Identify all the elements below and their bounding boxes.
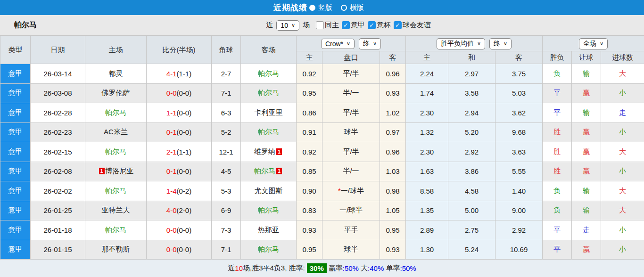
chevron-down-icon: ∨ <box>291 22 295 28</box>
handicap-cell: 球半 <box>322 122 380 142</box>
team-name: 帕尔马 <box>258 245 279 253</box>
date-cell: 26-01-15 <box>31 240 85 260</box>
fulltime-score: 4-1 <box>166 70 177 78</box>
avg-win-odds: 2.89 <box>406 220 448 240</box>
halftime-score: (1-1) <box>177 70 192 78</box>
vertical-layout-radio[interactable] <box>309 5 315 11</box>
avg-win-odds: 1.30 <box>406 240 448 260</box>
avg-lose-odds: 1.40 <box>495 181 543 201</box>
team-name: 帕尔马 <box>258 89 279 97</box>
dropdown-select-Crow*[interactable]: Crow*∨ <box>321 39 355 49</box>
crow-home-odds: 0.83 <box>297 201 322 220</box>
away-team-cell: 帕尔马1 <box>241 162 297 181</box>
subcol-crow-away: 客 <box>380 51 406 64</box>
checkbox-意甲[interactable]: ✓ <box>342 21 350 29</box>
avg-lose-odds: 5.03 <box>495 83 543 103</box>
result-wdl: 平 <box>543 103 572 123</box>
home-team-cell: 帕尔马 <box>85 103 147 123</box>
avg-lose-odds: 9.00 <box>495 201 543 220</box>
result-wdl: 平 <box>543 220 572 240</box>
date-cell: 26-03-08 <box>31 83 85 103</box>
fulltime-score: 0-1 <box>166 128 177 136</box>
table-row: 意甲26-02-28帕尔马1-1(0-0)6-3卡利亚里0.86平/半1.022… <box>0 103 644 123</box>
team-name: 帕尔马 <box>105 108 126 116</box>
corners-cell: 7-1 <box>212 83 241 103</box>
horizontal-layout-label[interactable]: 横版 <box>350 3 364 12</box>
avg-lose-odds: 5.55 <box>495 162 543 181</box>
avg-draw-odds: 2.97 <box>448 64 495 84</box>
league-cell: 意甲 <box>0 83 31 103</box>
table-row: 意甲26-03-14都灵4-1(1-1)2-7帕尔马0.92平/半0.962.2… <box>0 64 644 84</box>
avg-draw-odds: 2.94 <box>448 103 495 123</box>
crow-home-odds: 0.95 <box>297 83 322 103</box>
page-title: 近期战绩 <box>273 2 307 13</box>
dropdown-value: 胜平负均值 <box>441 40 474 48</box>
odds-group-1: 胜平负均值∨终∨ <box>406 36 543 51</box>
handicap-cell: 平/半 <box>322 64 380 84</box>
checkbox-label-同主[interactable]: 同主 <box>325 21 339 30</box>
avg-draw-odds: 5.00 <box>448 201 495 220</box>
checkbox-label-意杯[interactable]: 意杯 <box>377 21 391 30</box>
summary-text: 场,胜3平4负3, 胜率: <box>243 264 305 273</box>
handicap-cell: 球半 <box>322 240 380 260</box>
dropdown-select-胜平负均值[interactable]: 胜平负均值∨ <box>437 38 485 49</box>
avg-draw-odds: 2.75 <box>448 220 495 240</box>
halftime-score: (0-2) <box>177 187 192 195</box>
league-cell: 意甲 <box>0 103 31 123</box>
avg-win-odds: 8.58 <box>406 181 448 201</box>
dropdown-select-全场[interactable]: 全场∨ <box>579 38 608 49</box>
checkbox-label-意甲[interactable]: 意甲 <box>351 21 365 30</box>
halftime-score: (0-0) <box>177 245 192 253</box>
col-corners: 角球 <box>212 36 241 64</box>
chevron-down-icon: ∨ <box>477 41 481 47</box>
score-cell: 0-0(0-0) <box>147 83 212 103</box>
dropdown-value: 终 <box>494 40 500 48</box>
dropdown-select-终[interactable]: 终∨ <box>489 38 512 49</box>
score-cell: 4-0(2-0) <box>147 201 212 220</box>
checkbox-同主[interactable] <box>316 21 324 29</box>
matches-unit-label: 场 <box>303 21 310 30</box>
score-cell: 1-1(0-0) <box>147 103 212 123</box>
result-goals: 大 <box>601 181 644 201</box>
team-title: 帕尔马 <box>14 20 37 30</box>
home-team-cell: 1博洛尼亚 <box>85 162 147 181</box>
avg-win-odds: 1.35 <box>406 201 448 220</box>
home-team-cell: 帕尔马 <box>85 181 147 201</box>
checkbox-label-球会友谊[interactable]: 球会友谊 <box>403 21 431 30</box>
result-handicap: 输 <box>572 103 601 123</box>
date-cell: 26-01-18 <box>31 220 85 240</box>
dropdown-value: Crow* <box>325 40 343 48</box>
halftime-score: (0-0) <box>177 226 192 234</box>
crow-home-odds: 0.85 <box>297 162 322 181</box>
dropdown-select-终[interactable]: 终∨ <box>359 38 381 49</box>
result-goals: 小 <box>601 83 644 103</box>
vertical-layout-label[interactable]: 竖版 <box>318 3 332 12</box>
red-card-badge: 1 <box>276 148 282 155</box>
recent-count-select[interactable]: 10 ∨ <box>276 20 299 31</box>
summary-text: 赢率 <box>329 264 343 273</box>
halftime-score: (0-0) <box>177 167 192 175</box>
team-name: 帕尔马 <box>258 128 279 136</box>
halftime-score: (1-1) <box>177 148 192 156</box>
result-goals: 大 <box>601 201 644 220</box>
result-goals: 走 <box>601 103 644 123</box>
handicap-cell: 平/半 <box>322 103 380 123</box>
score-cell: 0-0(0-0) <box>147 220 212 240</box>
crow-away-odds: 0.96 <box>380 64 406 84</box>
horizontal-layout-radio[interactable] <box>341 5 347 11</box>
date-cell: 26-02-02 <box>31 181 85 201</box>
checkbox-球会友谊[interactable]: ✓ <box>394 21 402 29</box>
crow-home-odds: 0.91 <box>297 122 322 142</box>
table-row: 意甲26-01-15那不勒斯0-0(0-0)7-1帕尔马0.95球半0.931.… <box>0 240 644 260</box>
table-row: 意甲26-01-25亚特兰大4-0(2-0)6-9帕尔马0.83一/球半1.05… <box>0 201 644 220</box>
home-team-cell: 那不勒斯 <box>85 240 147 260</box>
subcol-result-handicap: 让球 <box>572 51 601 64</box>
chevron-down-icon: ∨ <box>504 41 507 47</box>
checkbox-意杯[interactable]: ✓ <box>368 21 376 29</box>
team-name: 博洛尼亚 <box>106 167 134 175</box>
date-cell: 26-02-15 <box>31 142 85 162</box>
summary-text: :40% <box>368 264 384 272</box>
handicap-cell: 半/一 <box>322 162 380 181</box>
result-goals: 大 <box>601 64 644 84</box>
crow-away-odds: 0.95 <box>380 220 406 240</box>
